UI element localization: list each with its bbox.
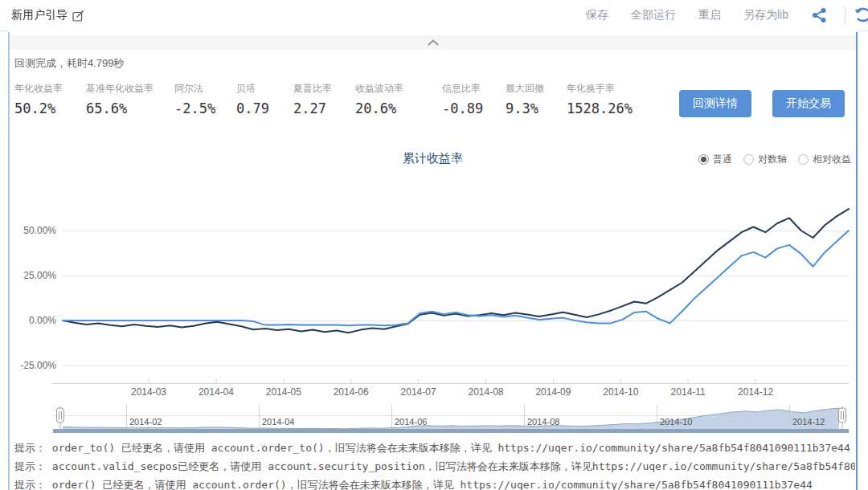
svg-text:50.00%: 50.00% bbox=[23, 225, 56, 236]
clipped-toolbar-icon[interactable] bbox=[855, 7, 868, 23]
share-icon[interactable] bbox=[811, 7, 829, 23]
svg-text:2014-07: 2014-07 bbox=[401, 386, 436, 398]
metric-benchmark-annual-return: 基准年化收益率 65.6% bbox=[86, 82, 167, 116]
svg-text:2014-12: 2014-12 bbox=[792, 417, 825, 427]
metric-annual-turnover: 年化换手率 1528.26% bbox=[567, 82, 675, 116]
metrics-row: 年化收益率 50.2% 基准年化收益率 65.6% 阿尔法 -2.5% 贝塔 0… bbox=[14, 82, 682, 116]
edit-icon[interactable] bbox=[72, 10, 84, 22]
toolbar-divider bbox=[845, 6, 845, 24]
svg-text:2014-04: 2014-04 bbox=[199, 386, 234, 398]
save-as-lib-button[interactable]: 另存为lib bbox=[743, 8, 788, 22]
chart-navigator[interactable]: 2014-022014-042014-062014-082014-102014-… bbox=[10, 404, 856, 436]
notebook-title: 新用户引导 bbox=[11, 8, 68, 22]
svg-text:2014-09: 2014-09 bbox=[535, 386, 571, 398]
radio-icon bbox=[743, 154, 754, 165]
svg-text:2014-10: 2014-10 bbox=[603, 386, 638, 398]
warning-messages: 提示： order_to() 已经更名，请使用 account.order_to… bbox=[14, 439, 855, 490]
restart-button[interactable]: 重启 bbox=[698, 8, 721, 22]
metric-max-drawdown: 最大回撤 9.3% bbox=[506, 82, 559, 116]
metric-alpha: 阿尔法 -2.5% bbox=[174, 82, 229, 116]
collapse-output-button[interactable] bbox=[10, 35, 856, 50]
warning-line: 提示： order_to() 已经更名，请使用 account.order_to… bbox=[14, 439, 855, 457]
svg-text:2014-06: 2014-06 bbox=[395, 417, 427, 427]
cell-right-border bbox=[856, 32, 858, 490]
metric-volatility: 收益波动率 20.6% bbox=[355, 82, 435, 116]
svg-text:2014-12: 2014-12 bbox=[738, 386, 773, 398]
metric-information-ratio: 信息比率 -0.89 bbox=[442, 82, 498, 116]
metric-sharpe: 夏普比率 2.27 bbox=[293, 82, 348, 116]
svg-text:25.00%: 25.00% bbox=[23, 270, 56, 281]
run-all-button[interactable]: 全部运行 bbox=[631, 8, 676, 22]
backtest-status: 回测完成，耗时4.799秒 bbox=[14, 56, 125, 71]
chevron-up-icon bbox=[428, 39, 439, 46]
radio-normal[interactable]: 普通 bbox=[698, 153, 732, 166]
radio-selected-icon bbox=[698, 154, 709, 165]
svg-text:0.00%: 0.00% bbox=[29, 315, 56, 326]
cumulative-return-chart: 50.00%25.00%0.00%-25.00%2014-032014-0420… bbox=[10, 181, 856, 402]
svg-text:2014-03: 2014-03 bbox=[131, 386, 166, 398]
svg-text:2014-11: 2014-11 bbox=[671, 386, 706, 398]
svg-text:2014-10: 2014-10 bbox=[660, 417, 692, 427]
metric-beta: 贝塔 0.79 bbox=[236, 82, 286, 116]
save-button[interactable]: 保存 bbox=[586, 8, 608, 22]
radio-relative-return[interactable]: 相对收益 bbox=[798, 153, 851, 166]
svg-text:2014-06: 2014-06 bbox=[334, 386, 369, 398]
warning-line: 提示： order() 已经更名，请使用 account.order()，旧写法… bbox=[14, 476, 855, 490]
radio-icon bbox=[798, 154, 809, 165]
svg-text:2014-04: 2014-04 bbox=[262, 417, 294, 427]
top-toolbar: 新用户引导 保存 全部运行 重启 另存为lib bbox=[0, 0, 868, 31]
chart-mode-radios: 普通 对数轴 相对收益 bbox=[698, 153, 851, 166]
svg-text:2014-05: 2014-05 bbox=[266, 386, 301, 398]
radio-log-axis[interactable]: 对数轴 bbox=[743, 153, 787, 166]
backtest-detail-button[interactable]: 回测详情 bbox=[679, 90, 751, 117]
svg-text:2014-08: 2014-08 bbox=[468, 386, 503, 398]
warning-line: 提示： account.valid_secpos已经更名，请使用 account… bbox=[14, 457, 855, 476]
svg-text:2014-02: 2014-02 bbox=[129, 417, 162, 427]
metric-annual-return: 年化收益率 50.2% bbox=[14, 82, 79, 116]
svg-text:-25.00%: -25.00% bbox=[20, 360, 56, 371]
svg-text:2014-08: 2014-08 bbox=[527, 417, 559, 427]
backtest-output-panel: 回测完成，耗时4.799秒 年化收益率 50.2% 基准年化收益率 65.6% … bbox=[10, 31, 856, 490]
start-trading-button[interactable]: 开始交易 bbox=[772, 90, 845, 117]
